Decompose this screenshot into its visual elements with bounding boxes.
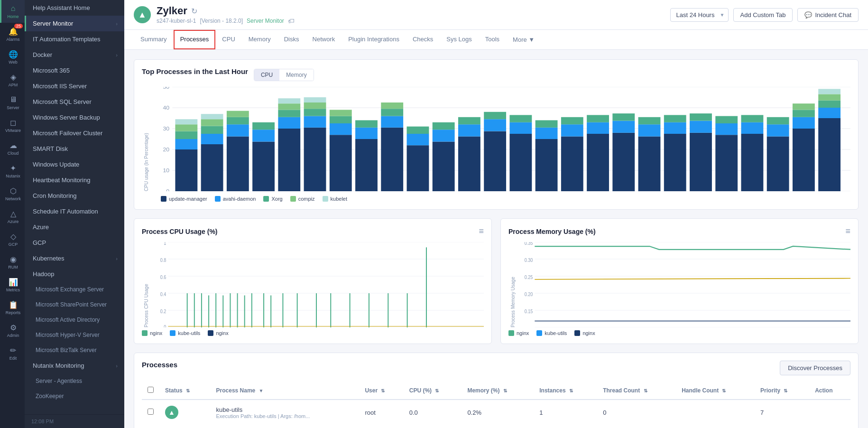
svg-rect-44	[330, 123, 352, 135]
sidebar-item-gcp[interactable]: GCP	[25, 235, 124, 251]
col-process-name-sort: ▼	[259, 388, 264, 393]
tab-more[interactable]: More ▼	[506, 30, 541, 49]
tab-network[interactable]: Network	[306, 30, 342, 49]
sidebar-item-schedule-it[interactable]: Schedule IT Automation	[25, 204, 124, 219]
svg-rect-58	[690, 121, 712, 133]
col-handle-header[interactable]: Handle Count ⇅	[676, 382, 755, 400]
add-custom-tab-button[interactable]: Add Custom Tab	[733, 8, 793, 22]
row-checkbox[interactable]	[148, 409, 154, 415]
sidebar-item-server-monitor[interactable]: Server Monitor ›	[25, 16, 124, 31]
metrics-nav-item[interactable]: 📊 Metrics	[0, 273, 25, 296]
sidebar-item-server-agentless[interactable]: Server - Agentless	[25, 373, 124, 389]
sidebar-item-ms-activedir-label: Microsoft Active Directory	[36, 316, 100, 323]
svg-rect-36	[793, 129, 815, 191]
sidebar-item-it-automation[interactable]: IT Automation Templates	[25, 31, 124, 47]
time-range-dropdown[interactable]: Last 24 Hours Last 1 Hour Last 6 Hours L…	[670, 8, 729, 22]
svg-text:0: 0	[166, 188, 169, 191]
svg-rect-80	[587, 115, 609, 122]
sidebar-item-ms-hyperv[interactable]: Microsoft Hyper-V Server	[25, 327, 124, 343]
sidebar-item-ms-failover-label: Microsoft Failover Cluster	[33, 130, 102, 137]
col-status-header[interactable]: Status ⇅	[159, 382, 211, 400]
admin-nav-item[interactable]: ⚙ Admin	[0, 319, 25, 342]
server-nav-item[interactable]: 🖥 Server	[0, 91, 25, 114]
sidebar-item-kubernetes[interactable]: Kubernetes ›	[25, 251, 124, 266]
sidebar-item-ms-iis[interactable]: Microsoft IIS Server	[25, 78, 124, 94]
sidebar-item-smart-disk[interactable]: SMART Disk	[25, 141, 124, 157]
tab-summary[interactable]: Summary	[134, 30, 174, 49]
svg-rect-47	[407, 134, 429, 145]
memory-chart-menu-icon[interactable]: ≡	[845, 226, 850, 236]
gcp-nav-item[interactable]: ◇ GCP	[0, 228, 25, 251]
apm-nav-item[interactable]: ◈ APM	[0, 68, 25, 91]
sidebar-item-docker[interactable]: Docker ›	[25, 47, 124, 63]
memory-line-chart-svg: 0.35 0.30 0.25 0.20 0.15	[516, 242, 850, 327]
sidebar-item-ms-biztalk[interactable]: Microsoft BizTalk Server	[25, 343, 124, 358]
toggle-cpu-button[interactable]: CPU	[254, 69, 279, 81]
server-monitor-link[interactable]: Server Monitor	[247, 18, 284, 24]
col-memory-header[interactable]: Memory (%) ⇅	[462, 382, 534, 400]
row-priority-cell: 7	[755, 400, 809, 425]
col-thread-header[interactable]: Thread Count ⇅	[597, 382, 676, 400]
sidebar-item-ms-exchange[interactable]: Microsoft Exchange Server	[25, 282, 124, 297]
tab-sys-logs[interactable]: Sys Logs	[440, 30, 478, 49]
svg-text:0.20: 0.20	[525, 291, 533, 297]
sidebar-item-ms-sharepoint[interactable]: Microsoft SharePoint Server	[25, 297, 124, 312]
col-priority-header[interactable]: Priority ⇅	[755, 382, 809, 400]
nutanix-icon: ✦	[9, 163, 18, 173]
col-cpu-header[interactable]: CPU (%) ⇅	[404, 382, 462, 400]
tab-disks[interactable]: Disks	[277, 30, 306, 49]
sidebar-item-win-backup-label: Windows Server Backup	[33, 114, 100, 121]
sidebar-item-win-update[interactable]: Windows Update	[25, 157, 124, 172]
row-handle-cell	[676, 400, 755, 425]
tab-processes[interactable]: Processes	[174, 30, 216, 49]
tab-cpu[interactable]: CPU	[215, 30, 241, 49]
svg-rect-46	[381, 116, 403, 128]
select-all-checkbox[interactable]	[148, 387, 154, 393]
svg-rect-94	[304, 102, 326, 109]
sidebar-item-zookeeper[interactable]: ZooKeeper	[25, 389, 124, 404]
two-col-charts: Process CPU Usage (%) ≡ Process CPU Usag…	[134, 218, 859, 344]
row-priority: 7	[760, 409, 764, 416]
col-user-header[interactable]: User ⇅	[359, 382, 403, 400]
tab-checks[interactable]: Checks	[406, 30, 440, 49]
cpu-chart-menu-icon[interactable]: ≡	[479, 226, 484, 236]
tab-tools[interactable]: Tools	[479, 30, 506, 49]
sidebar-item-ms-activedir[interactable]: Microsoft Active Directory	[25, 312, 124, 327]
col-process-name-header[interactable]: Process Name ▼	[211, 382, 360, 400]
web-nav-item[interactable]: 🌐 Web	[0, 46, 25, 68]
edit-nav-item[interactable]: ✏ Edit	[0, 342, 25, 364]
vmware-nav-item[interactable]: ◻ VMware	[0, 114, 25, 137]
discover-processes-button[interactable]: Discover Processes	[780, 361, 850, 375]
rum-nav-item[interactable]: ◉ RUM	[0, 251, 25, 273]
toggle-memory-button[interactable]: Memory	[279, 69, 313, 81]
alarms-nav-item[interactable]: 🔔 25 Alarms	[0, 23, 25, 46]
svg-text:0.30: 0.30	[525, 257, 533, 263]
svg-rect-85	[715, 116, 738, 123]
home-nav-item[interactable]: ⌂ Home	[0, 0, 25, 23]
reports-icon: 📋	[9, 300, 18, 309]
azure-nav-item[interactable]: △ Azure	[0, 205, 25, 228]
col-priority-label: Priority	[760, 387, 780, 394]
tab-plugin-integrations[interactable]: Plugin Integrations	[342, 30, 406, 49]
sidebar-item-help-assistant[interactable]: Help Assistant Home	[25, 0, 124, 16]
svg-rect-69	[304, 109, 326, 116]
sidebar-item-hadoop[interactable]: Hadoop	[25, 266, 124, 282]
sidebar-item-win-backup[interactable]: Windows Server Backup	[25, 110, 124, 125]
nutanix-nav-item[interactable]: ✦ Nutanix	[0, 159, 25, 182]
sidebar-item-nutanix[interactable]: Nutanix Monitoring ›	[25, 358, 124, 373]
reports-nav-item[interactable]: 📋 Reports	[0, 296, 25, 319]
sidebar-item-ms365[interactable]: Microsoft 365	[25, 63, 124, 78]
sidebar-item-heartbeat[interactable]: Heartbeat Monitoring	[25, 172, 124, 188]
sidebar-item-azure[interactable]: Azure	[25, 219, 124, 235]
network-nav-item[interactable]: ⬡ Network	[0, 182, 25, 205]
col-instances-header[interactable]: Instances ⇅	[534, 382, 597, 400]
tab-memory[interactable]: Memory	[242, 30, 277, 49]
refresh-icon[interactable]: ↻	[191, 7, 197, 16]
sidebar-item-cron[interactable]: Cron Monitoring	[25, 188, 124, 204]
sidebar-item-ms-failover[interactable]: Microsoft Failover Cluster	[25, 125, 124, 141]
incident-chat-button[interactable]: 💬 Incident Chat	[797, 8, 859, 22]
svg-rect-34	[741, 134, 764, 191]
cloud-nav-item[interactable]: ☁ Cloud	[0, 137, 25, 159]
col-thread-sort: ⇅	[644, 388, 647, 393]
sidebar-item-ms-sql[interactable]: Microsoft SQL Server	[25, 94, 124, 110]
